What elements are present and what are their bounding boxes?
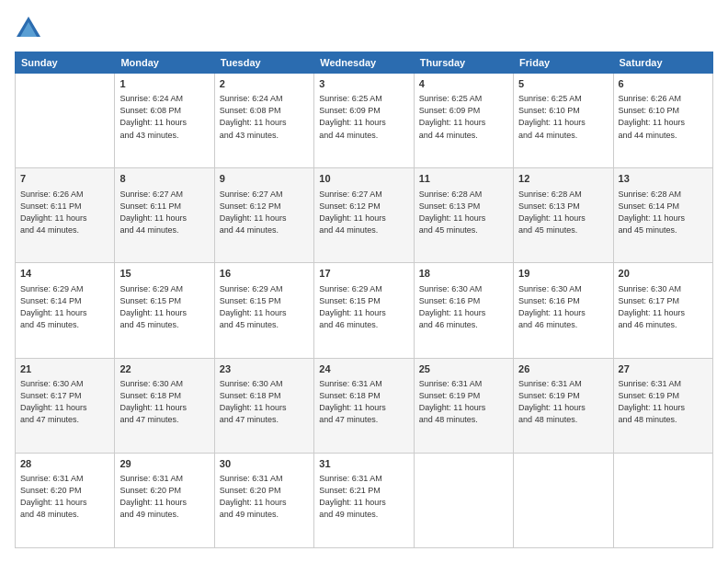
calendar-cell: 4Sunrise: 6:25 AM Sunset: 6:09 PM Daylig…: [414, 74, 513, 168]
cell-info: Sunrise: 6:28 AM Sunset: 6:13 PM Dayligh…: [419, 189, 508, 236]
calendar-cell: 6Sunrise: 6:26 AM Sunset: 6:10 PM Daylig…: [613, 74, 712, 168]
cell-info: Sunrise: 6:28 AM Sunset: 6:14 PM Dayligh…: [619, 189, 708, 236]
calendar-cell: [613, 453, 712, 547]
day-number: 8: [119, 172, 209, 186]
cell-info: Sunrise: 6:29 AM Sunset: 6:15 PM Dayligh…: [220, 283, 309, 331]
cell-info: Sunrise: 6:29 AM Sunset: 6:14 PM Dayligh…: [20, 283, 109, 331]
calendar-cell: 26Sunrise: 6:31 AM Sunset: 6:19 PM Dayli…: [514, 358, 613, 453]
day-number: 6: [619, 77, 708, 91]
calendar-cell: 5Sunrise: 6:25 AM Sunset: 6:10 PM Daylig…: [514, 74, 613, 168]
day-number: 12: [518, 172, 608, 186]
cell-info: Sunrise: 6:26 AM Sunset: 6:10 PM Dayligh…: [619, 93, 708, 141]
day-number: 17: [319, 267, 408, 281]
week-row-1: 1Sunrise: 6:24 AM Sunset: 6:08 PM Daylig…: [16, 74, 713, 168]
day-number: 29: [119, 457, 209, 471]
day-number: 5: [518, 77, 608, 91]
day-number: 16: [220, 267, 309, 281]
day-number: 26: [518, 362, 608, 376]
calendar-cell: 21Sunrise: 6:30 AM Sunset: 6:17 PM Dayli…: [16, 358, 115, 453]
day-number: 10: [319, 172, 408, 186]
cell-info: Sunrise: 6:31 AM Sunset: 6:20 PM Dayligh…: [20, 473, 109, 521]
calendar-cell: 12Sunrise: 6:28 AM Sunset: 6:13 PM Dayli…: [514, 168, 613, 263]
week-row-5: 28Sunrise: 6:31 AM Sunset: 6:20 PM Dayli…: [16, 453, 713, 547]
cell-info: Sunrise: 6:27 AM Sunset: 6:12 PM Dayligh…: [220, 189, 309, 236]
header-day-sunday: Sunday: [16, 52, 115, 74]
day-number: 15: [119, 267, 209, 281]
calendar-cell: 20Sunrise: 6:30 AM Sunset: 6:17 PM Dayli…: [613, 263, 712, 358]
calendar-cell: 25Sunrise: 6:31 AM Sunset: 6:19 PM Dayli…: [414, 358, 513, 453]
calendar-cell: 24Sunrise: 6:31 AM Sunset: 6:18 PM Dayli…: [314, 358, 414, 453]
day-number: 7: [20, 172, 109, 186]
cell-info: Sunrise: 6:31 AM Sunset: 6:19 PM Dayligh…: [419, 378, 508, 426]
calendar-cell: 2Sunrise: 6:24 AM Sunset: 6:08 PM Daylig…: [214, 74, 313, 168]
day-number: 2: [220, 77, 309, 91]
calendar-table: SundayMondayTuesdayWednesdayThursdayFrid…: [15, 52, 713, 548]
day-number: 9: [220, 172, 309, 186]
cell-info: Sunrise: 6:25 AM Sunset: 6:09 PM Dayligh…: [319, 93, 408, 141]
calendar-cell: 3Sunrise: 6:25 AM Sunset: 6:09 PM Daylig…: [314, 74, 414, 168]
calendar-cell: 19Sunrise: 6:30 AM Sunset: 6:16 PM Dayli…: [514, 263, 613, 358]
cell-info: Sunrise: 6:26 AM Sunset: 6:11 PM Dayligh…: [20, 189, 109, 236]
day-number: 31: [319, 457, 408, 471]
cell-info: Sunrise: 6:29 AM Sunset: 6:15 PM Dayligh…: [119, 283, 209, 331]
day-number: 21: [20, 362, 109, 376]
day-number: 24: [319, 362, 408, 376]
day-number: 19: [518, 267, 608, 281]
calendar-cell: 13Sunrise: 6:28 AM Sunset: 6:14 PM Dayli…: [613, 168, 712, 263]
logo-icon: [15, 15, 42, 42]
calendar-cell: [414, 453, 513, 547]
day-number: 20: [619, 267, 708, 281]
calendar-cell: [514, 453, 613, 547]
day-number: 28: [20, 457, 109, 471]
cell-info: Sunrise: 6:27 AM Sunset: 6:11 PM Dayligh…: [119, 189, 209, 236]
calendar-cell: 28Sunrise: 6:31 AM Sunset: 6:20 PM Dayli…: [16, 453, 115, 547]
page: SundayMondayTuesdayWednesdayThursdayFrid…: [0, 0, 728, 563]
day-number: 1: [119, 77, 209, 91]
header-day-wednesday: Wednesday: [314, 52, 414, 74]
calendar-cell: 16Sunrise: 6:29 AM Sunset: 6:15 PM Dayli…: [214, 263, 313, 358]
day-number: 11: [419, 172, 508, 186]
cell-info: Sunrise: 6:30 AM Sunset: 6:18 PM Dayligh…: [119, 378, 209, 426]
cell-info: Sunrise: 6:31 AM Sunset: 6:20 PM Dayligh…: [220, 473, 309, 521]
week-row-2: 7Sunrise: 6:26 AM Sunset: 6:11 PM Daylig…: [16, 168, 713, 263]
cell-info: Sunrise: 6:24 AM Sunset: 6:08 PM Dayligh…: [119, 93, 209, 141]
cell-info: Sunrise: 6:31 AM Sunset: 6:19 PM Dayligh…: [619, 378, 708, 426]
calendar-cell: 23Sunrise: 6:30 AM Sunset: 6:18 PM Dayli…: [214, 358, 313, 453]
day-number: 14: [20, 267, 109, 281]
header-row: SundayMondayTuesdayWednesdayThursdayFrid…: [16, 52, 713, 74]
cell-info: Sunrise: 6:24 AM Sunset: 6:08 PM Dayligh…: [220, 93, 309, 141]
day-number: 25: [419, 362, 508, 376]
day-number: 27: [619, 362, 708, 376]
calendar-cell: 27Sunrise: 6:31 AM Sunset: 6:19 PM Dayli…: [613, 358, 712, 453]
day-number: 3: [319, 77, 408, 91]
logo: [15, 15, 46, 42]
calendar-cell: 17Sunrise: 6:29 AM Sunset: 6:15 PM Dayli…: [314, 263, 414, 358]
week-row-3: 14Sunrise: 6:29 AM Sunset: 6:14 PM Dayli…: [16, 263, 713, 358]
calendar-cell: 8Sunrise: 6:27 AM Sunset: 6:11 PM Daylig…: [115, 168, 214, 263]
header-day-tuesday: Tuesday: [214, 52, 313, 74]
calendar-cell: 10Sunrise: 6:27 AM Sunset: 6:12 PM Dayli…: [314, 168, 414, 263]
week-row-4: 21Sunrise: 6:30 AM Sunset: 6:17 PM Dayli…: [16, 358, 713, 453]
day-number: 4: [419, 77, 508, 91]
cell-info: Sunrise: 6:30 AM Sunset: 6:17 PM Dayligh…: [20, 378, 109, 426]
day-number: 13: [619, 172, 708, 186]
calendar-cell: 18Sunrise: 6:30 AM Sunset: 6:16 PM Dayli…: [414, 263, 513, 358]
calendar-cell: 9Sunrise: 6:27 AM Sunset: 6:12 PM Daylig…: [214, 168, 313, 263]
cell-info: Sunrise: 6:31 AM Sunset: 6:20 PM Dayligh…: [119, 473, 209, 521]
cell-info: Sunrise: 6:31 AM Sunset: 6:19 PM Dayligh…: [518, 378, 608, 426]
header-day-saturday: Saturday: [613, 52, 712, 74]
calendar-cell: [16, 74, 115, 168]
calendar-cell: 15Sunrise: 6:29 AM Sunset: 6:15 PM Dayli…: [115, 263, 214, 358]
day-number: 22: [119, 362, 209, 376]
calendar-cell: 22Sunrise: 6:30 AM Sunset: 6:18 PM Dayli…: [115, 358, 214, 453]
calendar-cell: 30Sunrise: 6:31 AM Sunset: 6:20 PM Dayli…: [214, 453, 313, 547]
day-number: 23: [220, 362, 309, 376]
cell-info: Sunrise: 6:30 AM Sunset: 6:16 PM Dayligh…: [518, 283, 608, 331]
header-day-monday: Monday: [115, 52, 214, 74]
calendar-cell: 31Sunrise: 6:31 AM Sunset: 6:21 PM Dayli…: [314, 453, 414, 547]
calendar-cell: 1Sunrise: 6:24 AM Sunset: 6:08 PM Daylig…: [115, 74, 214, 168]
cell-info: Sunrise: 6:25 AM Sunset: 6:09 PM Dayligh…: [419, 93, 508, 141]
cell-info: Sunrise: 6:25 AM Sunset: 6:10 PM Dayligh…: [518, 93, 608, 141]
day-number: 30: [220, 457, 309, 471]
cell-info: Sunrise: 6:30 AM Sunset: 6:16 PM Dayligh…: [419, 283, 508, 331]
